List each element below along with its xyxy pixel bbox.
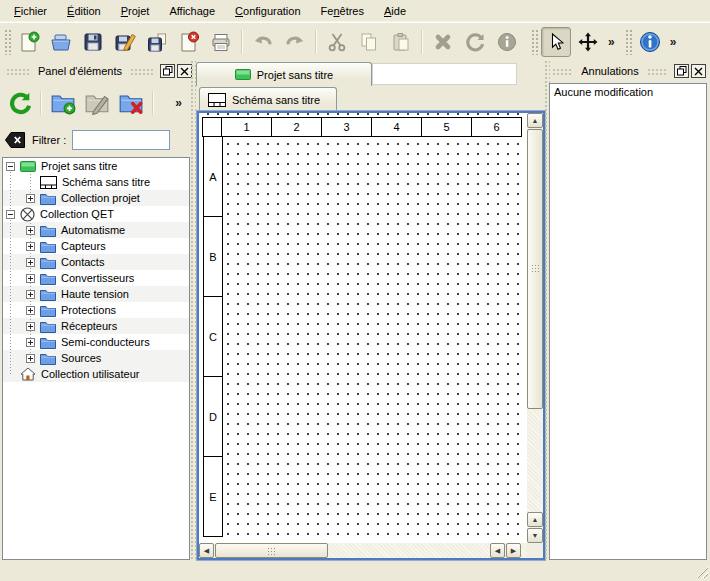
menu-aide[interactable]: Aide	[374, 2, 416, 20]
delete-category-button[interactable]	[115, 87, 147, 119]
menu-projet[interactable]: Projet	[111, 2, 160, 20]
vertical-scrollbar: ▲ ▲ ▼	[527, 113, 543, 543]
print-button[interactable]	[206, 27, 236, 57]
paste-icon	[390, 31, 412, 53]
schema-window-frame: 1 2 3 4 5 6 A B C D E ▲ ▲	[197, 111, 545, 560]
collapse-expander-icon[interactable]	[6, 210, 15, 219]
tree-item-collection-utilisateur[interactable]: Collection utilisateur	[3, 366, 189, 382]
information-button[interactable]	[492, 27, 522, 57]
scroll-up-button[interactable]: ▲	[527, 512, 543, 527]
column-header: 1	[221, 117, 272, 137]
tree-item-haute-tension[interactable]: Haute tension	[3, 286, 189, 302]
tree-item-schema-sans-titre[interactable]: Schéma sans titre	[3, 174, 189, 190]
folder-icon	[40, 272, 56, 285]
scroll-down-button[interactable]: ▼	[527, 528, 543, 543]
panel-toolbar-overflow-button[interactable]: »	[171, 96, 186, 110]
folder-cross-icon	[118, 90, 144, 116]
tree-item-convertisseurs[interactable]: Convertisseurs	[3, 270, 189, 286]
column-header: 4	[371, 117, 422, 137]
new-category-button[interactable]	[47, 87, 79, 119]
tab-projet-sans-titre[interactable]: Projet sans titre	[196, 62, 372, 86]
tree-item-contacts[interactable]: Contacts	[3, 254, 189, 270]
folder-icon	[40, 336, 56, 349]
menu-configuration[interactable]: Configuration	[225, 2, 310, 20]
undo-button[interactable]	[248, 27, 278, 57]
float-panel-button[interactable]	[160, 64, 175, 78]
visualisation-mode-button[interactable]	[573, 27, 603, 57]
tree-item-semi-conducteurs[interactable]: Semi-conducteurs	[3, 334, 189, 350]
reload-collections-button[interactable]	[3, 87, 35, 119]
save-button[interactable]	[78, 27, 108, 57]
information-blue-icon	[638, 30, 662, 54]
project-icon	[235, 68, 251, 81]
menu-affichage[interactable]: Affichage	[159, 2, 225, 20]
vertical-scrollbar-thumb[interactable]	[527, 129, 543, 409]
scroll-up-button[interactable]: ▲	[527, 113, 543, 128]
expand-expander-icon[interactable]	[26, 322, 35, 331]
expand-expander-icon[interactable]	[26, 194, 35, 203]
folder-icon	[40, 288, 56, 301]
refresh-icon	[6, 90, 32, 116]
tree-item-collection-qet[interactable]: Collection QET	[3, 206, 189, 222]
column-header-row: 1 2 3 4 5 6	[203, 117, 522, 137]
collapse-expander-icon[interactable]	[6, 162, 15, 171]
expand-expander-icon[interactable]	[26, 306, 35, 315]
scroll-right-button[interactable]: ▶	[506, 543, 521, 558]
float-panel-button[interactable]	[674, 64, 689, 78]
tree-item-capteurs[interactable]: Capteurs	[3, 238, 189, 254]
horizontal-scrollbar-thumb[interactable]	[215, 543, 328, 558]
toolbar-handle[interactable]	[4, 29, 11, 55]
expand-expander-icon[interactable]	[26, 338, 35, 347]
expand-expander-icon[interactable]	[26, 226, 35, 235]
elements-panel-dock: Panel d'éléments » Filtrer : Projet sans…	[0, 60, 196, 561]
project-information-button[interactable]	[635, 27, 665, 57]
copy-icon	[358, 31, 380, 53]
tree-item-protections[interactable]: Protections	[3, 302, 189, 318]
clear-filter-button[interactable]	[2, 129, 28, 151]
tree-item-automatisme[interactable]: Automatisme	[3, 222, 189, 238]
delete-button[interactable]	[428, 27, 458, 57]
scroll-left-button[interactable]: ◀	[490, 543, 505, 558]
undo-history-item[interactable]: Aucune modification	[550, 84, 706, 100]
copy-button[interactable]	[354, 27, 384, 57]
tree-item-sources[interactable]: Sources	[3, 350, 189, 366]
expand-expander-icon[interactable]	[26, 242, 35, 251]
save-all-button[interactable]	[142, 27, 172, 57]
save-as-button[interactable]	[110, 27, 140, 57]
selection-mode-button[interactable]	[541, 27, 571, 57]
expand-expander-icon[interactable]	[26, 354, 35, 363]
close-panel-button[interactable]	[691, 64, 706, 78]
edit-category-button[interactable]	[81, 87, 113, 119]
toolbar-handle[interactable]	[531, 29, 538, 55]
close-document-button[interactable]	[174, 27, 204, 57]
paste-button[interactable]	[386, 27, 416, 57]
toolbar-overflow-button[interactable]: »	[604, 35, 619, 49]
rotate-button[interactable]	[460, 27, 490, 57]
tree-item-recepteurs[interactable]: Récepteurs	[3, 318, 189, 334]
cut-button[interactable]	[322, 27, 352, 57]
status-bar	[0, 561, 710, 581]
tree-item-collection-projet[interactable]: Collection projet	[3, 190, 189, 206]
redo-button[interactable]	[280, 27, 310, 57]
column-header: 6	[471, 117, 522, 137]
toolbar-overflow-button[interactable]: »	[666, 35, 681, 49]
new-document-button[interactable]	[14, 27, 44, 57]
filter-input[interactable]	[72, 130, 170, 150]
expand-expander-icon[interactable]	[26, 258, 35, 267]
open-icon	[50, 31, 72, 53]
open-button[interactable]	[46, 27, 76, 57]
information-gray-icon	[496, 31, 518, 53]
expand-expander-icon[interactable]	[26, 274, 35, 283]
menu-fichier[interactable]: Fichier	[4, 2, 57, 20]
expand-expander-icon[interactable]	[26, 290, 35, 299]
tree-item-projet-sans-titre[interactable]: Projet sans titre	[3, 158, 189, 174]
menu-edition[interactable]: Édition	[57, 2, 111, 20]
menu-fenetres[interactable]: Fenêtres	[311, 2, 374, 20]
tab-schema-sans-titre[interactable]: Schéma sans titre	[199, 87, 337, 111]
scroll-left-button[interactable]: ◀	[199, 543, 214, 558]
resize-grip-icon[interactable]	[695, 565, 708, 578]
row-header: E	[203, 456, 223, 537]
schema-canvas[interactable]: 1 2 3 4 5 6 A B C D E	[199, 113, 527, 543]
row-header: D	[203, 376, 223, 457]
toolbar-handle[interactable]	[625, 29, 632, 55]
